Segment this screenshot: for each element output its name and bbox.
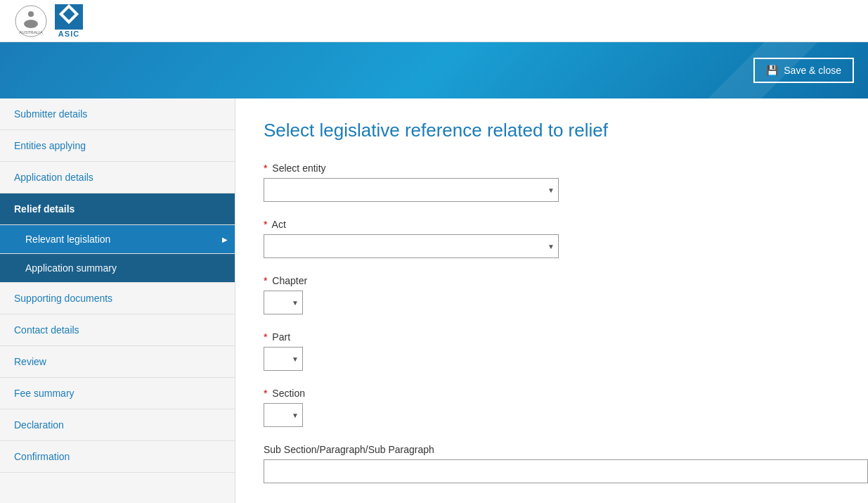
- asic-text: ASIC: [58, 30, 79, 38]
- part-dropdown[interactable]: [264, 347, 303, 371]
- select-entity-group: * Select entity: [264, 163, 868, 202]
- part-group: * Part: [264, 331, 868, 371]
- select-entity-label: * Select entity: [264, 163, 868, 174]
- chapter-group: * Chapter: [264, 275, 868, 314]
- sidebar-item-application-summary[interactable]: Application summary: [0, 254, 235, 283]
- svg-point-1: [28, 11, 34, 17]
- sidebar-item-confirmation[interactable]: Confirmation: [0, 441, 235, 473]
- section-label: * Section: [264, 388, 868, 399]
- select-entity-dropdown[interactable]: [264, 178, 559, 202]
- part-wrapper: [264, 347, 303, 371]
- sidebar-item-contact-details[interactable]: Contact details: [0, 314, 235, 346]
- sidebar-item-supporting-documents[interactable]: Supporting documents: [0, 283, 235, 314]
- svg-text:AUSTRALIA: AUSTRALIA: [19, 30, 42, 34]
- sidebar-item-relief-details[interactable]: Relief details: [0, 193, 235, 225]
- svg-point-2: [24, 20, 38, 28]
- sidebar-item-relevant-legislation[interactable]: Relevant legislation: [0, 225, 235, 254]
- page-title: Select legislative reference related to …: [264, 120, 868, 141]
- required-star-act: *: [264, 219, 267, 230]
- save-icon: 💾: [766, 65, 778, 76]
- section-wrapper: [264, 403, 303, 427]
- act-dropdown[interactable]: [264, 234, 559, 258]
- sidebar-item-application-details[interactable]: Application details: [0, 162, 235, 193]
- sidebar: Submitter details Entities applying Appl…: [0, 98, 235, 503]
- save-close-button[interactable]: 💾 Save & close: [753, 58, 854, 83]
- sub-section-group: Sub Section/Paragraph/Sub Paragraph: [264, 444, 868, 483]
- section-group: * Section: [264, 388, 868, 427]
- sub-section-label: Sub Section/Paragraph/Sub Paragraph: [264, 444, 868, 455]
- part-label: * Part: [264, 331, 868, 343]
- required-star: *: [264, 163, 267, 174]
- app-header: AUSTRALIA ASIC: [0, 0, 868, 42]
- page-banner: 💾 Save & close: [0, 42, 868, 98]
- sidebar-item-entities-applying[interactable]: Entities applying: [0, 130, 235, 162]
- section-dropdown[interactable]: [264, 403, 303, 427]
- logo-area: AUSTRALIA ASIC: [14, 4, 83, 38]
- required-star-chapter: *: [264, 275, 267, 286]
- act-wrapper: [264, 234, 559, 258]
- chapter-wrapper: [264, 291, 303, 314]
- chapter-dropdown[interactable]: [264, 291, 303, 314]
- government-crest-icon: AUSTRALIA: [14, 4, 48, 38]
- asic-logo: ASIC: [55, 4, 83, 38]
- sidebar-item-submitter-details[interactable]: Submitter details: [0, 98, 235, 130]
- save-close-label: Save & close: [784, 65, 841, 76]
- main-content: Select legislative reference related to …: [235, 98, 868, 503]
- sub-section-input[interactable]: [264, 459, 868, 483]
- select-entity-wrapper: [264, 178, 559, 202]
- sidebar-item-review[interactable]: Review: [0, 346, 235, 378]
- sidebar-item-declaration[interactable]: Declaration: [0, 409, 235, 441]
- sidebar-item-fee-summary[interactable]: Fee summary: [0, 378, 235, 409]
- required-star-section: *: [264, 388, 267, 399]
- main-layout: Submitter details Entities applying Appl…: [0, 98, 868, 503]
- act-group: * Act: [264, 219, 868, 258]
- chapter-label: * Chapter: [264, 275, 868, 286]
- required-star-part: *: [264, 331, 267, 343]
- act-label: * Act: [264, 219, 868, 230]
